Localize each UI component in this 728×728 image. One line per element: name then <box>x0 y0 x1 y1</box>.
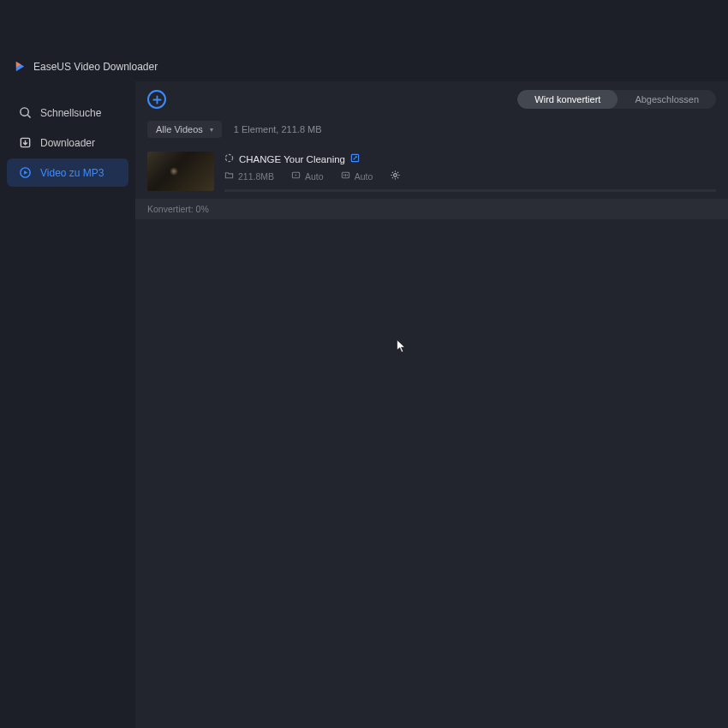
sidebar: Schnellsuche Downloader Video zu MP3 <box>0 81 135 728</box>
meta-video-value: Auto <box>305 171 324 182</box>
svg-point-9 <box>225 154 232 161</box>
meta-size-value: 211.8MB <box>238 171 274 182</box>
main-content: Wird konvertiert Abgeschlossen Alle Vide… <box>135 81 728 728</box>
status-spinner-icon <box>224 153 234 164</box>
video-icon <box>291 170 301 182</box>
add-button[interactable] <box>147 90 166 109</box>
item-meta-row: 211.8MB Auto Auto <box>224 170 716 182</box>
app-title-text: EaseUS Video Downloader <box>33 61 158 73</box>
toolbar: Wird konvertiert Abgeschlossen <box>135 81 728 117</box>
folder-icon <box>224 170 234 182</box>
svg-marker-6 <box>24 170 27 175</box>
item-status: Konvertiert: 0% <box>135 199 728 219</box>
chevron-down-icon: ▾ <box>210 126 213 134</box>
app-logo-icon <box>14 60 27 73</box>
filter-label: Alle Videos <box>156 124 203 134</box>
tab-completed[interactable]: Abgeschlossen <box>618 90 716 109</box>
svg-point-14 <box>394 174 397 177</box>
app-title: EaseUS Video Downloader <box>14 60 158 73</box>
svg-marker-12 <box>295 175 297 176</box>
item-count-text: 1 Element, 211.8 MB <box>234 124 322 134</box>
item-title-row: CHANGE Your Cleaning <box>224 153 716 164</box>
video-thumbnail[interactable] <box>147 152 214 191</box>
download-icon <box>19 136 32 149</box>
item-title: CHANGE Your Cleaning <box>239 154 345 164</box>
sidebar-item-quicksearch[interactable]: Schnellsuche <box>7 98 128 127</box>
settings-icon[interactable] <box>390 170 401 182</box>
filter-row: Alle Videos ▾ 1 Element, 211.8 MB <box>135 117 728 146</box>
edit-icon[interactable] <box>350 153 360 164</box>
svg-point-2 <box>21 108 28 116</box>
tab-converting[interactable]: Wird konvertiert <box>517 90 618 109</box>
play-circle-icon <box>19 166 32 179</box>
progress-bar <box>224 189 716 192</box>
meta-size: 211.8MB <box>224 170 274 182</box>
sidebar-item-label: Schnellsuche <box>40 107 101 119</box>
search-icon <box>19 106 32 119</box>
filter-dropdown[interactable]: Alle Videos ▾ <box>147 121 222 138</box>
title-bar: EaseUS Video Downloader <box>0 0 728 81</box>
sidebar-item-label: Downloader <box>40 137 95 149</box>
sidebar-item-downloader[interactable]: Downloader <box>7 128 128 157</box>
meta-audio-quality: Auto <box>341 170 373 182</box>
conversion-item: CHANGE Your Cleaning 211.8MB <box>135 146 728 219</box>
meta-video-quality: Auto <box>291 170 324 182</box>
status-tabs: Wird konvertiert Abgeschlossen <box>517 90 716 109</box>
sidebar-item-video-to-mp3[interactable]: Video zu MP3 <box>7 158 128 187</box>
svg-line-3 <box>27 115 30 117</box>
meta-audio-value: Auto <box>355 171 373 182</box>
sidebar-item-label: Video zu MP3 <box>40 167 104 179</box>
audio-icon <box>341 170 350 182</box>
